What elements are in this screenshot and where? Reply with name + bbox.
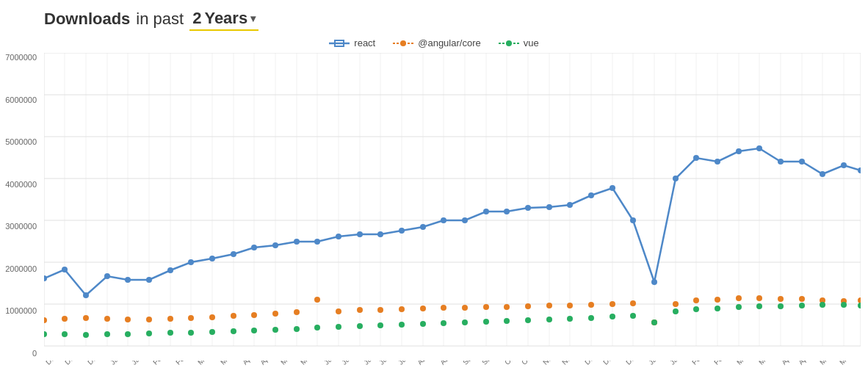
react-line (44, 148, 861, 295)
react-dot (858, 167, 861, 173)
angular-dot (693, 297, 699, 303)
angular-dot (399, 306, 405, 312)
react-dot (610, 185, 615, 191)
angular-dot (209, 314, 215, 320)
react-dot (209, 256, 215, 261)
legend-angular-icon (393, 39, 413, 48)
react-dot (715, 159, 720, 165)
react-dot (630, 217, 636, 223)
react-dot (820, 171, 825, 177)
title-in-past: in past (136, 10, 184, 29)
vue-dot (336, 324, 341, 330)
chart-legend: react @angular/core vue (0, 35, 868, 53)
vue-dot (167, 330, 173, 336)
react-dot (504, 209, 510, 214)
vue-dot (567, 316, 573, 322)
angular-dot (251, 312, 257, 318)
angular-dot (504, 304, 510, 310)
vue-dot (462, 319, 468, 325)
legend-vue-label: vue (524, 37, 539, 48)
angular-dot (420, 306, 426, 311)
react-dot (104, 273, 110, 279)
react-dot (420, 224, 426, 230)
x-axis-labels: Dec 3 Dec 17 Dec 31 Jan 14 Jan 28 Feb 11… (44, 361, 861, 390)
react-dot (546, 204, 552, 210)
chart-area: 7000000 6000000 5000000 4000000 3000000 … (0, 53, 861, 358)
angular-dot (167, 316, 173, 322)
legend-react: react (329, 37, 375, 48)
vue-dot (715, 306, 720, 311)
vue-dot (314, 325, 320, 331)
angular-dot (483, 304, 489, 310)
react-dot (651, 279, 657, 285)
y-label-4m: 4000000 (0, 180, 37, 189)
vue-dot (651, 319, 657, 325)
react-dot (525, 205, 531, 211)
react-dot (167, 267, 173, 273)
react-dot (483, 209, 489, 214)
angular-dot (314, 297, 320, 303)
react-dot (336, 234, 341, 239)
time-unit: Years (204, 9, 247, 28)
time-value: 2 (192, 9, 201, 28)
legend-react-label: react (354, 37, 375, 48)
react-dot (251, 245, 257, 250)
vue-dot (377, 322, 383, 328)
vue-dot (673, 308, 679, 314)
angular-dot (525, 303, 531, 309)
vue-dot (441, 320, 446, 326)
vue-dot (778, 303, 784, 309)
react-dot (462, 217, 468, 223)
main-chart (44, 53, 861, 358)
vue-dot (799, 303, 805, 308)
angular-dot (44, 317, 47, 323)
vue-dot (125, 331, 131, 337)
angular-dot (294, 309, 300, 315)
vue-dot (483, 319, 489, 325)
vue-dot (588, 315, 594, 321)
y-label-7m: 7000000 (0, 53, 37, 62)
y-axis-labels: 7000000 6000000 5000000 4000000 3000000 … (0, 53, 41, 358)
angular-dot (272, 311, 278, 317)
react-dot (314, 239, 320, 245)
angular-dot (357, 307, 363, 313)
react-dot (673, 176, 679, 181)
angular-dot (125, 317, 131, 322)
angular-dot (146, 317, 152, 322)
angular-dot (799, 296, 805, 302)
react-dot (272, 242, 278, 248)
vue-dot (83, 332, 89, 338)
angular-dot (336, 308, 341, 314)
y-label-6m: 6000000 (0, 95, 37, 104)
angular-dot (104, 316, 110, 322)
angular-dot (858, 297, 861, 303)
title-downloads: Downloads (44, 10, 130, 29)
vue-dot (209, 329, 215, 335)
angular-dot (778, 296, 784, 302)
vue-dot (841, 302, 847, 308)
vue-dot (693, 306, 699, 312)
react-dot (841, 162, 847, 168)
vue-dot (756, 303, 762, 309)
react-dot (588, 192, 594, 198)
vue-dot (399, 322, 405, 328)
svg-point-3 (400, 40, 406, 46)
react-dot (83, 292, 89, 298)
legend-angular: @angular/core (393, 37, 480, 48)
vue-dot (104, 331, 110, 337)
react-dot (693, 155, 699, 161)
vue-dot (420, 321, 426, 327)
react-dot (567, 202, 573, 208)
y-label-0: 0 (0, 349, 37, 358)
react-dot (125, 277, 131, 283)
vue-dot (546, 317, 552, 322)
dropdown-arrow-icon: ▾ (250, 12, 256, 24)
y-label-2m: 2000000 (0, 264, 37, 273)
legend-react-icon (329, 39, 350, 48)
time-range-selector[interactable]: 2 Years ▾ (189, 7, 258, 31)
legend-angular-label: @angular/core (418, 37, 480, 48)
angular-dot (630, 300, 636, 306)
angular-dot (546, 303, 552, 308)
angular-dot (715, 297, 720, 303)
y-label-5m: 5000000 (0, 137, 37, 146)
